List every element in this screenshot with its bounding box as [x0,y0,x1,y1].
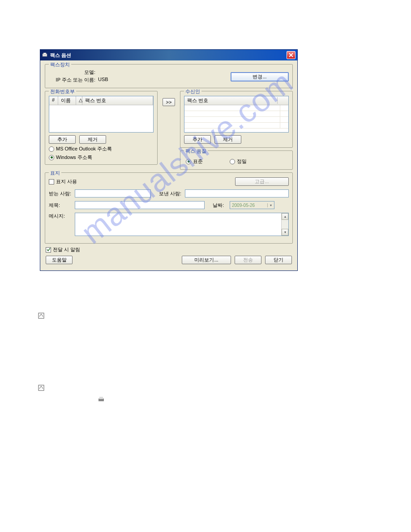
radio-windows-label: Windows 주소록 [56,154,92,161]
radio-outlook[interactable] [49,146,54,152]
fax-device-group: 팩스장치 모델: IP 주소 또는 이름: USB 변경... [45,64,293,88]
recipient-group: 수신인 팩스 번호 추가 [180,91,293,148]
radio-standard-label: 표준 [193,158,203,165]
radio-fine[interactable] [230,159,235,164]
titlebar[interactable]: 팩스 옵션 [40,50,297,60]
preview-button[interactable]: 미리보기... [182,256,231,264]
radio-windows[interactable] [49,155,54,160]
radio-standard-row[interactable]: 표준 [186,158,203,165]
col-faxno[interactable]: 팩스 번호 [82,96,153,105]
svg-rect-1 [43,53,46,54]
close-button[interactable]: 닫기 [265,256,292,264]
recipient-grid[interactable]: 팩스 번호 [184,96,289,133]
cover-group: 표지 표지 사용 고급... 받는 사람: 보낸 사람: 제목: 날짜 [45,172,293,244]
date-value: 2009-05-26 [230,203,267,208]
table-row[interactable] [184,117,288,123]
subject-label: 제목: [49,202,72,209]
svg-rect-5 [99,397,103,399]
note-icon [38,384,45,391]
to-label: 받는 사람: [49,190,72,197]
cover-legend: 표지 [49,170,61,176]
recipient-legend: 수신인 [184,88,201,95]
notify-checkbox[interactable] [46,247,51,253]
phonebook-remove-button[interactable]: 제거 [79,135,106,144]
date-label: 날짜: [213,202,227,209]
table-row[interactable] [184,111,288,117]
table-row[interactable] [184,123,288,129]
dialog-content: 팩스장치 모델: IP 주소 또는 이름: USB 변경... [40,60,297,270]
help-button[interactable]: 도움말 [46,256,73,264]
use-cover-label: 표지 사용 [56,178,77,185]
col-hash[interactable]: # [49,96,58,105]
radio-outlook-row[interactable]: MS Office Outlook 주소록 [49,146,154,152]
quality-group: 팩스 품질 표준 정밀 [180,150,293,170]
notify-label: 전달 시 알림 [53,246,80,253]
fax-icon [42,52,48,58]
phonebook-add-button[interactable]: 추가 [49,135,76,144]
chevron-down-icon[interactable]: ▾ [267,203,274,207]
advanced-button[interactable]: 고급... [235,177,289,186]
note-icon [38,312,45,319]
use-cover-checkbox[interactable] [49,179,54,184]
phonebook-group: 전화번호부 # 이름 △ 팩스 번호 추가 제거 [45,91,158,165]
ip-label: IP 주소 또는 이름: [49,77,98,83]
table-row[interactable] [184,105,288,111]
radio-standard[interactable] [186,159,191,164]
recipient-remove-button[interactable]: 제거 [214,135,241,144]
fax-options-dialog: 팩스 옵션 팩스장치 모델: IP 주소 또는 이름: USB [40,49,298,271]
dialog-title: 팩스 옵션 [50,52,71,59]
from-input[interactable] [185,189,289,197]
radio-outlook-label: MS Office Outlook 주소록 [56,146,112,152]
quality-legend: 팩스 품질 [184,148,208,154]
recipient-col-faxno[interactable]: 팩스 번호 [187,97,278,104]
fax-device-legend: 팩스장치 [49,61,71,68]
phonebook-list[interactable]: # 이름 △ 팩스 번호 [49,96,154,133]
send-button[interactable]: 전송 [235,256,261,264]
ip-value: USB [98,77,108,83]
message-textarea[interactable]: ▴ ▾ [75,213,289,236]
radio-fine-label: 정밀 [237,158,247,165]
change-button[interactable]: 변경... [231,72,289,82]
col-sort[interactable]: △ [76,96,82,105]
radio-fine-row[interactable]: 정밀 [230,158,247,165]
scroll-down-icon[interactable]: ▾ [282,229,288,236]
date-picker[interactable]: 2009-05-26 ▾ [230,201,274,209]
col-name[interactable]: 이름 [58,96,76,105]
recipient-col-spacer [278,97,286,104]
scroll-up-icon[interactable]: ▴ [282,213,288,220]
phonebook-legend: 전화번호부 [49,88,76,95]
message-label: 메시지: [49,213,72,219]
subject-input[interactable] [75,201,205,209]
to-input[interactable] [75,189,151,197]
close-icon[interactable] [287,51,295,59]
scrollbar[interactable]: ▴ ▾ [281,213,288,236]
from-label: 보낸 사람: [159,190,182,197]
transfer-button[interactable]: >> [163,98,175,106]
radio-windows-row[interactable]: Windows 주소록 [49,154,154,161]
model-label: 모델: [49,69,98,76]
recipient-add-button[interactable]: 추가 [184,135,211,144]
printer-icon [98,396,105,403]
